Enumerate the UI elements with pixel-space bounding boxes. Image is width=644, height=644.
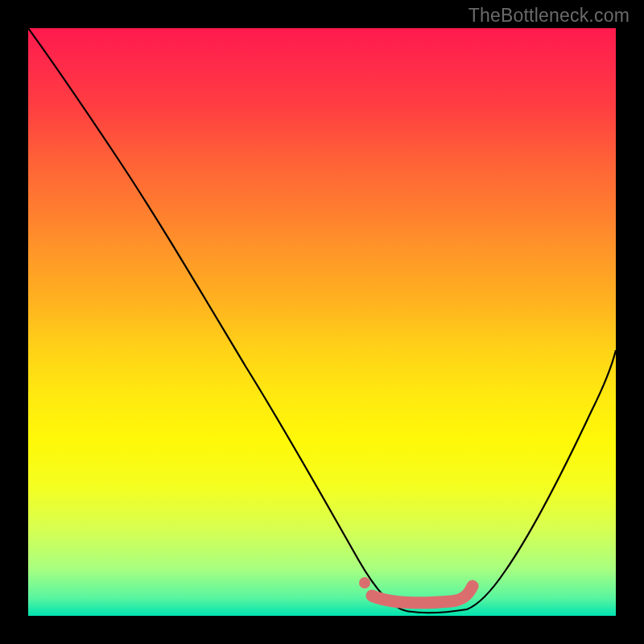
highlight-stroke (372, 586, 473, 603)
chart-frame: TheBottleneck.com (0, 0, 644, 644)
chart-svg (28, 28, 616, 616)
gradient-plot-area (28, 28, 616, 616)
highlight-dot (359, 577, 370, 588)
bottleneck-curve (28, 28, 616, 613)
watermark-text: TheBottleneck.com (469, 5, 630, 27)
